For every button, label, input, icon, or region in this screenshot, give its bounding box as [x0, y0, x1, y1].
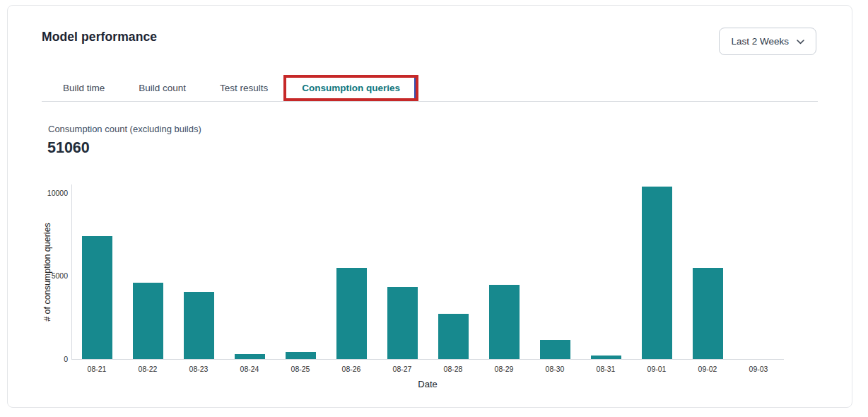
y-axis-title: # of consumption queries: [42, 223, 52, 322]
bar-band-08-25: [276, 184, 327, 359]
x-tick-label: 09-02: [682, 365, 733, 373]
x-axis-title: Date: [71, 379, 784, 389]
x-tick-label: 08-21: [71, 365, 122, 373]
bar: [336, 268, 367, 359]
bar-band-08-26: [327, 184, 377, 359]
bar-band-08-30: [529, 184, 580, 359]
x-tick-label: 08-24: [224, 365, 275, 373]
tab-build-time[interactable]: Build time: [63, 83, 105, 93]
tab-test-results[interactable]: Test results: [220, 83, 268, 93]
x-tick-label: 08-30: [529, 365, 580, 373]
bar: [235, 354, 265, 359]
bar: [286, 352, 316, 359]
consumption-queries-bar-chart: # of consumption queries 0500010000 08-2…: [8, 6, 852, 407]
bar-band-08-23: [174, 184, 225, 359]
bar-band-08-31: [580, 184, 631, 359]
bar: [693, 268, 723, 359]
y-tick-label: 10000: [47, 189, 68, 197]
bar: [540, 340, 570, 359]
bar-band-09-02: [682, 184, 733, 359]
bar-band-08-24: [225, 184, 276, 359]
x-tick-label: 08-31: [580, 365, 631, 373]
model-performance-page: Model performance Last 2 Weeks Build tim…: [0, 0, 868, 417]
bar: [438, 314, 469, 359]
bar-band-08-21: [72, 184, 123, 359]
bar: [642, 187, 672, 359]
bar: [591, 356, 621, 359]
bar: [489, 285, 520, 359]
x-tick-label: 08-26: [326, 365, 377, 373]
bar-band-08-29: [479, 184, 529, 359]
x-tick-label: 08-27: [377, 365, 428, 373]
tab-build-count[interactable]: Build count: [139, 83, 186, 93]
chevron-down-icon: [797, 40, 804, 45]
x-tick-label: 08-22: [122, 365, 173, 373]
plot-area: 0500010000: [71, 184, 784, 360]
model-performance-card: Model performance Last 2 Weeks Build tim…: [7, 5, 852, 408]
time-range-dropdown[interactable]: Last 2 Weeks: [719, 28, 816, 55]
metric-label: Consumption count (excluding builds): [48, 124, 201, 134]
x-tick-label: 09-03: [733, 365, 784, 373]
x-tick-label: 09-01: [631, 365, 682, 373]
bar: [82, 236, 112, 359]
bar: [387, 287, 418, 359]
tab-consumption-queries[interactable]: Consumption queries: [283, 75, 418, 101]
metric-value: 51060: [47, 139, 90, 157]
bar-band-09-01: [631, 184, 682, 359]
tab-bar: Build time Build count Test results Cons…: [42, 74, 818, 102]
page-title: Model performance: [42, 30, 157, 45]
bar-band-08-27: [377, 184, 428, 359]
bar-band-08-22: [123, 184, 174, 359]
y-tick-label: 5000: [52, 272, 68, 280]
x-axis-ticks: 08-2108-2208-2308-2408-2508-2608-2708-28…: [71, 365, 784, 373]
x-tick-label: 08-29: [479, 365, 529, 373]
y-tick-label: 0: [64, 356, 68, 363]
bar-band-08-28: [428, 184, 479, 359]
x-tick-label: 08-25: [275, 365, 326, 373]
bar: [133, 283, 163, 359]
bar-band-09-03: [733, 184, 784, 359]
bar: [184, 292, 214, 359]
x-tick-label: 08-23: [173, 365, 224, 373]
x-tick-label: 08-28: [428, 365, 479, 373]
time-range-value: Last 2 Weeks: [731, 36, 789, 47]
